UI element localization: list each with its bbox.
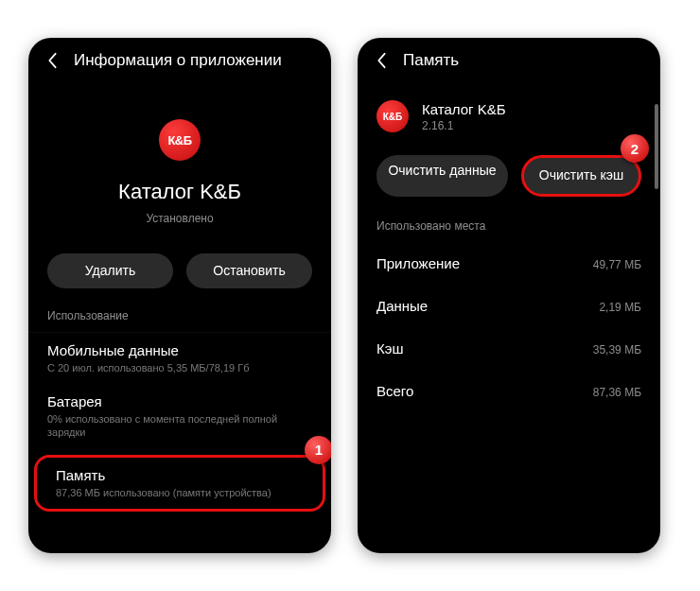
list-title: Память <box>56 467 304 483</box>
row-key: Кэш <box>376 340 403 356</box>
row-key: Приложение <box>376 255 460 271</box>
battery-wrapper: Батарея 0% использовано с момента послед… <box>28 384 331 449</box>
app-version: 2.16.1 <box>422 119 506 132</box>
row-app: Приложение 49,77 МБ <box>358 242 660 285</box>
back-icon[interactable] <box>373 52 390 69</box>
list-item-battery[interactable]: Батарея 0% использовано с момента послед… <box>28 384 331 449</box>
phone-left: Информация о приложении К&Б Каталог K&Б … <box>28 38 331 553</box>
app-name: Каталог K&Б <box>118 180 241 204</box>
used-space-label: Использовано места <box>358 214 660 242</box>
step-badge-1: 1 <box>305 436 331 464</box>
topbar: Память <box>358 38 660 78</box>
row-total: Всего 87,36 МБ <box>358 370 660 412</box>
row-value: 49,77 МБ <box>593 258 641 271</box>
app-status: Установлено <box>146 212 213 225</box>
page-title: Память <box>403 51 459 70</box>
step-badge-2: 2 <box>621 134 649 163</box>
app-name: Каталог K&Б <box>422 101 506 117</box>
phone-right: Память К&Б Каталог K&Б 2.16.1 Очистить д… <box>358 38 660 553</box>
row-value: 2,19 МБ <box>599 301 641 314</box>
row-data: Данные 2,19 МБ <box>358 285 660 327</box>
usage-section-label: Использование <box>28 304 331 332</box>
list-title: Мобильные данные <box>47 342 312 358</box>
row-cache: Кэш 35,39 МБ <box>358 327 660 370</box>
clear-cache-wrap: Очистить кэш 2 <box>521 155 641 197</box>
uninstall-button[interactable]: Удалить <box>47 253 173 288</box>
row-key: Всего <box>376 383 413 399</box>
row-key: Данные <box>376 298 428 314</box>
clear-data-button[interactable]: Очистить данные <box>376 155 508 197</box>
list-sub: С 20 июл. использовано 5,35 МБ/78,19 Гб <box>47 361 312 374</box>
app-icon: К&Б <box>376 100 409 132</box>
topbar: Информация о приложении <box>28 38 331 78</box>
back-icon[interactable] <box>44 52 61 69</box>
row-value: 87,36 МБ <box>593 386 641 399</box>
page-title: Информация о приложении <box>74 51 282 70</box>
list-sub: 87,36 МБ использовано (памяти устройства… <box>56 486 304 499</box>
row-value: 35,39 МБ <box>593 343 641 356</box>
storage-action-buttons: Очистить данные Очистить кэш 2 <box>358 142 660 214</box>
action-buttons: Удалить Остановить <box>28 235 331 304</box>
app-header: К&Б Каталог K&Б Установлено <box>28 119 331 225</box>
app-icon: К&Б <box>159 119 201 161</box>
app-header: К&Б Каталог K&Б 2.16.1 <box>358 78 660 142</box>
list-sub: 0% использовано с момента последней полн… <box>47 412 312 440</box>
force-stop-button[interactable]: Остановить <box>186 253 312 288</box>
app-meta: Каталог K&Б 2.16.1 <box>422 101 506 132</box>
list-item-storage[interactable]: Память 87,36 МБ использовано (памяти уст… <box>34 455 325 512</box>
clear-cache-button[interactable]: Очистить кэш <box>521 155 641 197</box>
list-title: Батарея <box>47 393 312 409</box>
list-item-mobile-data[interactable]: Мобильные данные С 20 июл. использовано … <box>28 332 331 384</box>
